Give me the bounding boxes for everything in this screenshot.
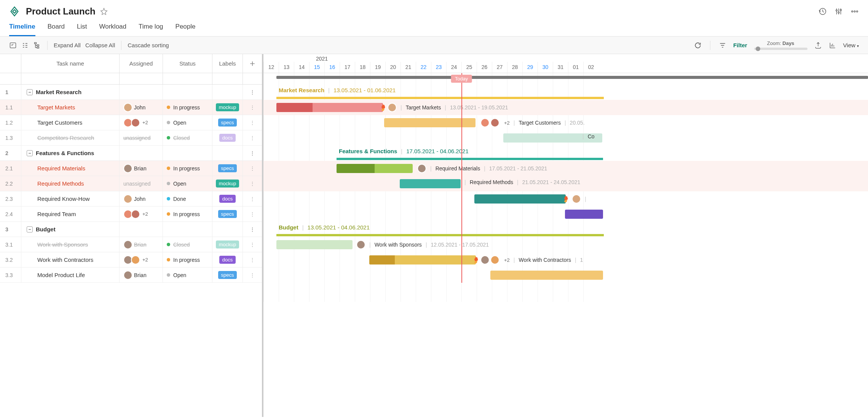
label-cell[interactable]: mockup: [212, 176, 243, 191]
hierarchy-icon[interactable]: [34, 42, 41, 49]
group-name-cell[interactable]: − Market Research: [21, 85, 120, 99]
label-cell[interactable]: docs: [212, 191, 243, 206]
assigned-cell[interactable]: unassigned: [120, 176, 163, 191]
row-menu[interactable]: ⋮: [243, 130, 262, 145]
status-cell[interactable]: Done: [163, 191, 212, 206]
assigned-cell[interactable]: John: [120, 100, 163, 115]
row-menu[interactable]: ⋮: [243, 176, 262, 191]
task-name-cell[interactable]: Model Product Life: [21, 268, 120, 282]
assigned-cell[interactable]: Brian: [120, 161, 163, 176]
task-row[interactable]: 3.3 Model Product Life Brian Open specs …: [0, 268, 262, 283]
status-cell[interactable]: Open: [163, 176, 212, 191]
assigned-cell[interactable]: Brian: [120, 237, 163, 252]
row-menu[interactable]: ⋮: [243, 161, 262, 176]
label-cell[interactable]: mockup: [212, 100, 243, 115]
task-name-cell[interactable]: Competitors Research: [21, 130, 120, 145]
task-bar[interactable]: [369, 255, 476, 265]
tab-workload[interactable]: Workload: [99, 20, 127, 36]
task-row[interactable]: 2.1 Required Materials Brian In progress…: [0, 161, 262, 176]
column-header-name[interactable]: Task name: [21, 54, 120, 73]
task-name-cell[interactable]: Target Markets: [21, 100, 120, 115]
status-cell[interactable]: Closed: [163, 237, 212, 252]
task-row[interactable]: 2.3 Required Know-How John Done docs ⋮: [0, 191, 262, 207]
settings-icon[interactable]: [834, 7, 843, 16]
tab-board[interactable]: Board: [48, 20, 65, 36]
row-menu[interactable]: ⋮: [243, 252, 262, 267]
row-menu[interactable]: ⋮: [243, 115, 262, 130]
status-cell[interactable]: Open: [163, 268, 212, 282]
column-header-status[interactable]: Status: [163, 54, 212, 73]
task-row[interactable]: 1.2 Target Customers +2 Open specs ⋮: [0, 115, 262, 130]
task-bar[interactable]: [400, 179, 461, 188]
assigned-cell[interactable]: unassigned: [120, 130, 163, 145]
zoom-control[interactable]: Zoom: Days: [754, 40, 807, 50]
column-header-labels[interactable]: Labels: [212, 54, 243, 73]
row-menu[interactable]: ⋮: [243, 191, 262, 206]
task-row[interactable]: 3.1 Work with Sponsors Brian Closed mock…: [0, 237, 262, 252]
label-cell[interactable]: specs: [212, 207, 243, 221]
assigned-cell[interactable]: +2: [120, 252, 163, 267]
row-menu[interactable]: ⋮: [243, 146, 262, 160]
group-row[interactable]: 1 − Market Research ⋮: [0, 85, 262, 100]
task-bar[interactable]: [276, 103, 383, 112]
task-name-cell[interactable]: Work with Sponsors: [21, 237, 120, 252]
chart-icon[interactable]: [829, 42, 836, 49]
group-bar[interactable]: [337, 158, 603, 160]
group-name-cell[interactable]: − Features & Functions: [21, 146, 120, 160]
task-name-cell[interactable]: Required Team: [21, 207, 120, 221]
expand-all-button[interactable]: Expand All: [54, 42, 81, 48]
task-row[interactable]: 1.1 Target Markets John In progress mock…: [0, 100, 262, 115]
task-name-cell[interactable]: Required Materials: [21, 161, 120, 176]
add-column-button[interactable]: [243, 54, 262, 73]
more-icon[interactable]: [850, 7, 859, 16]
cascade-sorting-button[interactable]: Cascade sorting: [128, 42, 169, 48]
collapse-all-button[interactable]: Collapse All: [85, 42, 115, 48]
assigned-cell[interactable]: +2: [120, 207, 163, 221]
filter-icon[interactable]: [719, 42, 726, 49]
tab-time-log[interactable]: Time log: [139, 20, 163, 36]
timeline-scrollbar[interactable]: [276, 76, 868, 79]
task-row[interactable]: 2.2 Required Methods unassigned Open moc…: [0, 176, 262, 191]
task-bar[interactable]: [337, 164, 413, 173]
history-icon[interactable]: [819, 7, 827, 16]
label-cell[interactable]: specs: [212, 268, 243, 282]
star-icon[interactable]: [100, 8, 108, 15]
label-cell[interactable]: docs: [212, 130, 243, 145]
status-cell[interactable]: Open: [163, 115, 212, 130]
group-bar[interactable]: [276, 97, 604, 99]
column-header-assigned[interactable]: Assigned: [120, 54, 163, 73]
label-cell[interactable]: specs: [212, 161, 243, 176]
assigned-cell[interactable]: +2: [120, 115, 163, 130]
status-cell[interactable]: In progress: [163, 207, 212, 221]
task-row[interactable]: 1.3 Competitors Research unassigned Clos…: [0, 130, 262, 146]
filter-button[interactable]: Filter: [733, 42, 747, 48]
collapse-toggle[interactable]: −: [27, 150, 33, 156]
export-icon[interactable]: [814, 42, 822, 49]
task-row[interactable]: 2.4 Required Team +2 In progress specs ⋮: [0, 207, 262, 222]
task-name-cell[interactable]: Target Customers: [21, 115, 120, 130]
assigned-cell[interactable]: Brian: [120, 268, 163, 282]
task-name-cell[interactable]: Required Methods: [21, 176, 120, 191]
task-bar[interactable]: [276, 240, 353, 249]
row-menu[interactable]: ⋮: [243, 222, 262, 237]
tab-timeline[interactable]: Timeline: [9, 20, 35, 36]
group-row[interactable]: 3 − Budget ⋮: [0, 222, 262, 237]
view-dropdown[interactable]: View ▾: [843, 42, 859, 48]
task-row[interactable]: 3.2 Work with Contractors +2 In progress…: [0, 252, 262, 268]
task-name-cell[interactable]: Required Know-How: [21, 191, 120, 206]
status-cell[interactable]: In progress: [163, 161, 212, 176]
assigned-cell[interactable]: John: [120, 191, 163, 206]
row-menu[interactable]: ⋮: [243, 85, 262, 99]
row-menu[interactable]: ⋮: [243, 237, 262, 252]
group-name-cell[interactable]: − Budget: [21, 222, 120, 237]
outline-icon[interactable]: [21, 42, 29, 49]
task-bar[interactable]: [474, 194, 566, 204]
tab-people[interactable]: People: [176, 20, 196, 36]
group-row[interactable]: 2 − Features & Functions ⋮: [0, 146, 262, 161]
row-menu[interactable]: ⋮: [243, 100, 262, 115]
tab-list[interactable]: List: [77, 20, 87, 36]
refresh-icon[interactable]: [694, 42, 702, 49]
label-cell[interactable]: mockup: [212, 237, 243, 252]
task-name-cell[interactable]: Work with Contractors: [21, 252, 120, 267]
task-bar[interactable]: [565, 210, 603, 219]
